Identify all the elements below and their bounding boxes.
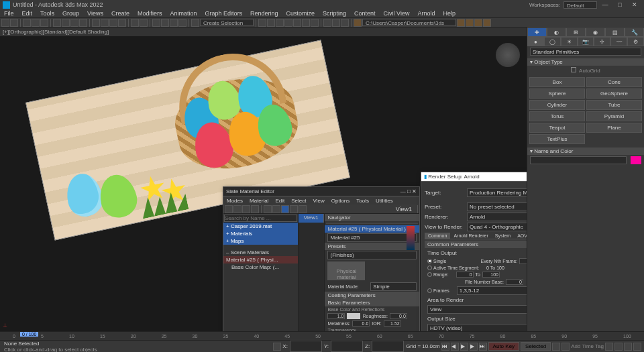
slate-menu-modes[interactable]: Modes <box>223 198 246 204</box>
ior-spinner[interactable] <box>384 320 401 327</box>
menu-modifiers[interactable]: Modifiers <box>133 10 166 17</box>
menu-civil-view[interactable]: Civil View <box>380 10 414 17</box>
slate-lock-icon[interactable] <box>290 205 298 213</box>
workspace-dropdown[interactable]: Default <box>564 1 597 9</box>
menu-graph-editors[interactable]: Graph Editors <box>201 10 246 17</box>
menu-arnold[interactable]: Arnold <box>413 10 439 17</box>
layer-icon[interactable] <box>276 19 284 27</box>
scale-icon[interactable] <box>109 19 117 27</box>
slate-view-dropdown[interactable]: View1 <box>390 205 418 213</box>
menu-scripting[interactable]: Scripting <box>319 10 350 17</box>
browser-group-maps[interactable]: + Maps <box>223 237 298 245</box>
nth-frame-spinner[interactable] <box>519 258 527 264</box>
create-torus-button[interactable]: Torus <box>529 111 585 121</box>
cp-subtab-cameras[interactable]: 📷 <box>578 37 594 46</box>
time-config-icon[interactable] <box>561 343 570 351</box>
slate-menu-view[interactable]: View <box>310 198 328 204</box>
basic-params-rollout[interactable]: Basic Parameters <box>325 299 419 306</box>
key-mode-icon[interactable] <box>552 343 560 351</box>
play-end-icon[interactable]: ⏭ <box>479 343 487 351</box>
timeline-cursor[interactable]: 0 / 100 <box>20 332 38 337</box>
preset-dropdown[interactable]: (Finishes) <box>327 251 417 259</box>
open-folder-icon[interactable] <box>354 19 362 27</box>
cp-subtab-lights[interactable]: ☀ <box>561 37 578 46</box>
object-type-rollout[interactable]: ▾ Object Type <box>527 58 644 66</box>
roughness-spinner[interactable] <box>390 313 407 319</box>
slate-delete-icon[interactable] <box>251 205 259 213</box>
lock-selection-icon[interactable] <box>273 343 281 351</box>
ref-coord-icon[interactable] <box>131 19 139 27</box>
menu-customize[interactable]: Customize <box>282 10 319 17</box>
radio-range[interactable] <box>427 272 432 277</box>
slate-put-icon[interactable] <box>233 205 241 213</box>
cp-tab-modify[interactable]: ◐ <box>547 27 566 37</box>
slate-node-view[interactable]: View1 <box>299 214 325 331</box>
slate-minimize-icon[interactable]: — <box>400 188 406 194</box>
select-region-icon[interactable] <box>70 19 78 27</box>
slate-menu-utilities[interactable]: Utilities <box>372 198 396 204</box>
timeline[interactable]: 0 / 100 05101520253035404550556065707580… <box>0 331 644 340</box>
selection-set-dropdown[interactable]: Create Selection Se <box>200 19 254 26</box>
create-teapot-button[interactable]: Teapot <box>529 123 585 133</box>
tab-arnold[interactable]: Arnold Renderer <box>450 233 491 239</box>
common-params-rollout[interactable]: Common Parameters <box>425 241 527 248</box>
create-box-button[interactable]: Box <box>529 77 585 87</box>
snap-toggle-icon[interactable] <box>152 19 160 27</box>
project-icon-2[interactable] <box>466 19 474 27</box>
create-cone-button[interactable]: Cone <box>586 77 642 87</box>
slate-menu-material[interactable]: Material <box>246 198 272 204</box>
cp-subtab-helpers[interactable]: ✢ <box>594 37 610 46</box>
select-icon[interactable] <box>53 19 61 27</box>
render-icon[interactable] <box>341 19 349 27</box>
tab-aovs[interactable]: AOVs <box>514 233 527 239</box>
cp-tab-display[interactable]: ▤ <box>605 27 625 37</box>
slate-menu-select[interactable]: Select <box>288 198 309 204</box>
radio-active-ts[interactable] <box>427 266 432 270</box>
object-color-swatch[interactable] <box>631 156 641 164</box>
window-crossing-icon[interactable] <box>79 19 87 27</box>
schematic-icon[interactable] <box>302 19 310 27</box>
placement-icon[interactable] <box>118 19 126 27</box>
move-icon[interactable] <box>92 19 100 27</box>
view-dropdown[interactable]: Quad 4 - Orthographic <box>467 223 527 231</box>
create-cylinder-button[interactable]: Cylinder <box>529 100 585 110</box>
area-dropdown[interactable]: View <box>427 305 527 314</box>
viewport-nav-1-icon[interactable] <box>605 343 613 351</box>
play-next-icon[interactable]: ▶ <box>470 343 478 351</box>
play-prev-icon[interactable]: ◀ <box>451 343 459 351</box>
base-color-swatch[interactable] <box>347 313 360 319</box>
rotate-icon[interactable] <box>101 19 109 27</box>
create-pyramid-button[interactable]: Pyramid <box>586 111 642 121</box>
render-frame-icon[interactable] <box>332 19 340 27</box>
slate-maximize-icon[interactable]: □ <box>407 188 411 194</box>
coating-rollout[interactable]: Coating Parameters <box>325 292 419 299</box>
menu-edit[interactable]: Edit <box>18 10 37 17</box>
pivot-icon[interactable] <box>140 19 148 27</box>
scene-explorer-icon[interactable] <box>284 19 292 27</box>
add-time-tag[interactable]: Add Time Tag <box>571 343 604 349</box>
maximize-icon[interactable]: □ <box>613 1 627 8</box>
viewport-canvas[interactable]: Slate Material Editor — □ ✕ Modes Materi… <box>0 36 527 331</box>
radio-single[interactable] <box>427 259 432 263</box>
menu-rendering[interactable]: Rendering <box>246 10 282 17</box>
spinner-snap-icon[interactable] <box>178 19 186 27</box>
menu-group[interactable]: Group <box>58 10 83 17</box>
object-name-input[interactable] <box>530 156 627 164</box>
viewport-nav-2-icon[interactable] <box>614 343 623 351</box>
browser-group-materials[interactable]: + Materials <box>223 230 298 237</box>
create-textplus-button[interactable]: TextPlus <box>529 134 585 144</box>
tab-system[interactable]: System <box>492 233 514 239</box>
category-dropdown[interactable]: Standard Primitives <box>530 48 641 56</box>
material-mode-dropdown[interactable]: Simple <box>370 282 417 291</box>
navigator-preview[interactable] <box>326 223 418 224</box>
menu-help[interactable]: Help <box>439 10 460 17</box>
project-icon-1[interactable] <box>457 19 465 27</box>
cp-subtab-shapes[interactable]: ◯ <box>544 37 561 46</box>
viewport-nav-4-icon[interactable] <box>633 343 641 351</box>
radio-frames[interactable] <box>427 288 432 293</box>
metalness-spinner[interactable] <box>352 320 370 327</box>
create-plane-button[interactable]: Plane <box>586 123 642 133</box>
slate-menu-tools[interactable]: Tools <box>353 198 372 204</box>
redo-icon[interactable] <box>10 19 18 27</box>
link-icon[interactable] <box>23 19 31 27</box>
